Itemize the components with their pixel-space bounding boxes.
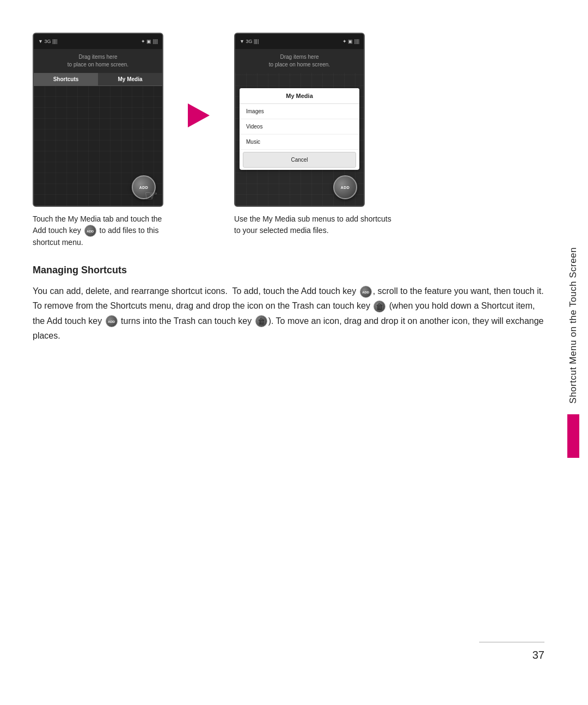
phone1-drag-text: Drag items here to place on home screen.: [34, 49, 162, 73]
phone2-caption: Use the My Media sub menus to add shortc…: [234, 213, 397, 236]
phone1-container: ▼ 3G |||| ✦ ▣ |||| Drag items here to pl…: [33, 33, 163, 248]
dialog-item-music[interactable]: Music: [240, 134, 359, 150]
phone1-signal: ▼ 3G ||||: [38, 39, 57, 44]
page-content: ▼ 3G |||| ✦ ▣ |||| Drag items here to pl…: [33, 33, 544, 672]
dialog-cancel-btn[interactable]: Cancel: [243, 152, 356, 168]
hand-cursor-icon: ☞: [144, 187, 158, 205]
phone2-drag-text: Drag items here to place on home screen.: [235, 49, 364, 73]
page-divider: [479, 642, 544, 642]
dialog-title: My Media: [240, 88, 359, 104]
add-icon-inline: ADD: [84, 225, 96, 237]
phone1-mockup: ▼ 3G |||| ✦ ▣ |||| Drag items here to pl…: [33, 33, 163, 207]
phone1-tabs: Shortcuts My Media: [34, 73, 162, 86]
sidebar-title: Shortcut Menu on the Touch Screen: [568, 247, 579, 403]
managing-title: Managing Shortcuts: [33, 265, 544, 276]
add-icon-2: ADD: [106, 315, 118, 327]
phone2-status-bar: ▼ 3G |||| ✦ ▣ ||||: [235, 34, 364, 49]
phone2-add-btn[interactable]: ADD: [333, 175, 357, 199]
phone2-body: My Media Images Videos Music Cancel ADD: [235, 73, 364, 206]
caption2-text: Use the My Media sub menus to add shortc…: [234, 214, 391, 235]
phone2-signal: ▼ 3G ||||: [240, 39, 259, 44]
trash-icon-1: 🗑: [373, 301, 385, 312]
trash-icon-2: 🗑: [255, 315, 267, 327]
dialog-item-videos[interactable]: Videos: [240, 119, 359, 134]
add-icon-1: ADD: [360, 286, 372, 298]
phone2-icons: ✦ ▣ ||||: [342, 39, 359, 44]
caption1-text: Touch the My Media tab and touch the Add…: [33, 214, 162, 247]
mymedia-tab[interactable]: My Media: [98, 73, 162, 86]
shortcuts-tab[interactable]: Shortcuts: [34, 73, 98, 86]
phone1-caption: Touch the My Media tab and touch the Add…: [33, 213, 163, 248]
managing-body: You can add, delete, and rearrange short…: [33, 284, 544, 343]
phone1-icons: ✦ ▣ ||||: [141, 39, 158, 44]
phone2-container: ▼ 3G |||| ✦ ▣ |||| Drag items here to pl…: [234, 33, 397, 236]
right-sidebar: Shortcut Menu on the Touch Screen: [558, 0, 588, 705]
managing-section: Managing Shortcuts You can add, delete, …: [33, 265, 544, 343]
screenshots-row: ▼ 3G |||| ✦ ▣ |||| Drag items here to pl…: [33, 33, 544, 248]
phone1-status-bar: ▼ 3G |||| ✦ ▣ ||||: [34, 34, 162, 49]
phone1-body: ADD ☞: [34, 86, 162, 206]
dialog-item-images[interactable]: Images: [240, 104, 359, 119]
phone2-mockup: ▼ 3G |||| ✦ ▣ |||| Drag items here to pl…: [234, 33, 365, 207]
right-arrow-icon: [188, 103, 210, 127]
pink-accent-bar: [567, 414, 579, 458]
managing-text: You can add, delete, and rearrange short…: [33, 286, 544, 340]
arrow-container: [180, 33, 218, 127]
phone2-dialog: My Media Images Videos Music Cancel: [240, 88, 359, 170]
page-number: 37: [532, 649, 544, 661]
